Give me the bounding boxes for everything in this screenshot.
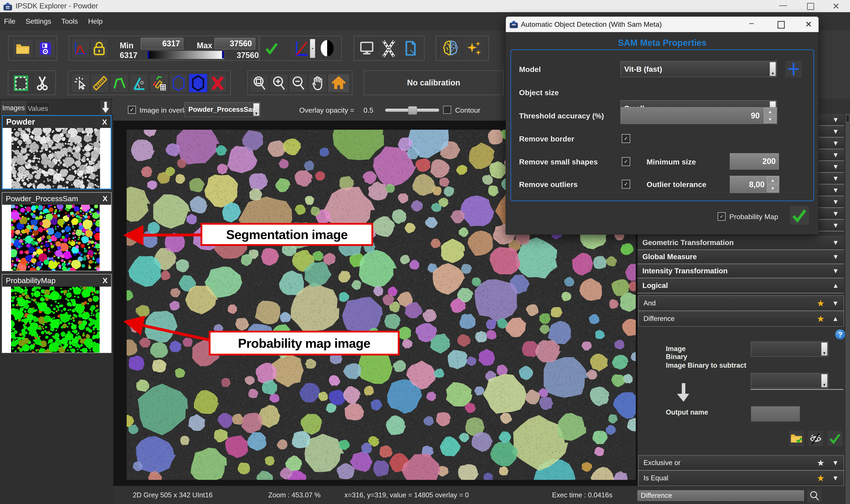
window-restore-button[interactable] bbox=[807, 3, 814, 10]
zoom-region-button[interactable] bbox=[250, 74, 269, 92]
section-geometric-transformation[interactable]: Geometric Transformation ▼ bbox=[637, 236, 844, 250]
min-value-field[interactable]: 6317 bbox=[141, 38, 183, 49]
menu-settings[interactable]: Settings bbox=[26, 17, 51, 25]
save-button[interactable] bbox=[35, 39, 56, 58]
gradient-high-handle[interactable] bbox=[222, 51, 224, 58]
polygon-outline-button[interactable] bbox=[169, 74, 188, 92]
item-and[interactable]: And ★ ▼ bbox=[639, 296, 844, 311]
apply-range-button[interactable] bbox=[262, 39, 281, 57]
max-value-field[interactable]: 37560 bbox=[215, 38, 255, 49]
image-item-probabilitymap-thumb[interactable] bbox=[2, 287, 111, 353]
model-select[interactable]: Vit-B (fast) ▾ bbox=[620, 61, 777, 77]
spin-up-icon[interactable]: ▲ bbox=[767, 177, 778, 184]
outlier-spinbox[interactable]: 8,00 ▲ ▼ bbox=[730, 176, 779, 193]
split-compare-button[interactable] bbox=[378, 38, 400, 59]
image-item-processsam[interactable]: Powder_ProcessSam X bbox=[2, 192, 112, 271]
threshold-spinbox[interactable]: 90 ▲ ▼ bbox=[620, 107, 777, 124]
help-button[interactable]: ? bbox=[835, 329, 845, 340]
probability-map-checkbox[interactable]: ✓ bbox=[718, 212, 726, 221]
select-region-button[interactable] bbox=[11, 74, 31, 92]
favorite-star-icon[interactable]: ★ bbox=[817, 314, 825, 323]
pan-button[interactable] bbox=[308, 74, 327, 92]
image-binary-select[interactable]: ▾ bbox=[751, 342, 828, 357]
contrast-button[interactable] bbox=[318, 39, 337, 58]
minimum-size-field[interactable]: 200 bbox=[730, 153, 779, 169]
operator-search-input[interactable]: Difference bbox=[637, 490, 804, 501]
auto-detect-button[interactable] bbox=[463, 38, 485, 58]
tab-images[interactable]: Images bbox=[1, 101, 26, 114]
scrollbar-thumb[interactable] bbox=[846, 115, 849, 122]
fullscreen-button[interactable] bbox=[357, 39, 377, 57]
select-arrow-icon[interactable]: ▾ bbox=[821, 374, 828, 388]
overlay-image-select[interactable]: Powder_ProcessSam ▾ bbox=[185, 102, 260, 117]
spin-down-icon[interactable]: ▼ bbox=[767, 185, 778, 192]
right-panel-scrollbar[interactable] bbox=[845, 114, 850, 504]
zoom-in-button[interactable] bbox=[269, 74, 288, 92]
dialog-maximize-button[interactable] bbox=[778, 21, 785, 29]
move-image-down-button[interactable] bbox=[101, 100, 110, 114]
dialog-title-bar[interactable]: Automatic Object Detection (With Sam Met… bbox=[506, 17, 818, 32]
image-item-powder-close[interactable]: X bbox=[102, 118, 107, 126]
apply-operator-button[interactable] bbox=[827, 431, 843, 447]
dialog-minimize-button[interactable]: – bbox=[749, 18, 754, 28]
image-item-processsam-header[interactable]: Powder_ProcessSam X bbox=[2, 193, 111, 205]
section-intensity-transformation[interactable]: Intensity Transformation ▼ bbox=[637, 264, 844, 278]
favorite-star-icon[interactable]: ★ bbox=[817, 474, 825, 483]
output-name-input[interactable] bbox=[751, 406, 800, 422]
lock-range-button[interactable] bbox=[90, 39, 108, 58]
image-item-probabilitymap-header[interactable]: ProbabilityMap X bbox=[2, 274, 111, 287]
overlay-select-arrow-icon[interactable]: ▾ bbox=[253, 103, 259, 116]
contour-checkbox[interactable] bbox=[443, 106, 451, 114]
image-item-powder-thumb[interactable] bbox=[3, 128, 111, 188]
section-global-measure[interactable]: Global Measure ▼ bbox=[637, 250, 844, 264]
favorite-star-icon[interactable]: ★ bbox=[817, 458, 825, 467]
angle-tool-button[interactable] bbox=[130, 74, 148, 92]
threshold-spin-buttons[interactable]: ▲ ▼ bbox=[764, 108, 776, 123]
menu-file[interactable]: File bbox=[4, 17, 16, 25]
histogram-button[interactable] bbox=[72, 39, 90, 58]
tab-values[interactable]: Values bbox=[26, 103, 50, 115]
add-model-button[interactable] bbox=[785, 61, 802, 77]
zoom-out-button[interactable] bbox=[289, 74, 307, 92]
item-difference[interactable]: Difference ★ ▲ bbox=[639, 311, 844, 326]
image-item-processsam-thumb[interactable] bbox=[2, 205, 111, 271]
lut-curve-button[interactable]: ▾ bbox=[289, 38, 316, 59]
image-binary-subtract-select[interactable]: ▾ bbox=[751, 373, 828, 388]
lut-gradient-slider[interactable] bbox=[147, 51, 224, 59]
opacity-slider-handle[interactable] bbox=[408, 106, 417, 115]
remove-border-checkbox[interactable]: ✓ bbox=[622, 134, 630, 143]
image-item-probabilitymap[interactable]: ProbabilityMap X bbox=[2, 274, 112, 353]
outlier-spin-buttons[interactable]: ▲ ▼ bbox=[767, 177, 778, 192]
ruler-tool-button[interactable] bbox=[91, 74, 109, 92]
fit-view-button[interactable] bbox=[328, 74, 349, 92]
item-exclusive-or[interactable]: Exclusive or ★ ▼ bbox=[639, 455, 844, 471]
select-arrow-icon[interactable]: ▾ bbox=[770, 62, 776, 76]
window-close-button[interactable]: ✕ bbox=[832, 1, 840, 11]
image-in-overlay-checkbox[interactable]: ✓ bbox=[128, 106, 136, 114]
search-button[interactable] bbox=[807, 489, 822, 502]
window-minimize-button[interactable]: — bbox=[779, 0, 787, 10]
report-button[interactable] bbox=[401, 39, 420, 57]
ai-brain-button[interactable] bbox=[439, 38, 462, 59]
lut-mini-scrollbar[interactable]: ▾ bbox=[310, 39, 315, 58]
spin-down-icon[interactable]: ▼ bbox=[764, 116, 776, 123]
run-detection-button[interactable] bbox=[790, 206, 809, 225]
pointer-tool-button[interactable] bbox=[71, 74, 90, 92]
item-is-equal[interactable]: Is Equal ★ ▼ bbox=[639, 471, 844, 486]
gradient-low-handle[interactable] bbox=[147, 51, 149, 58]
open-file-button[interactable] bbox=[13, 39, 33, 58]
section-logical[interactable]: Logical ▲ bbox=[637, 278, 844, 293]
image-item-probabilitymap-close[interactable]: X bbox=[103, 276, 108, 285]
remove-outliers-checkbox[interactable]: ✓ bbox=[622, 180, 630, 188]
overlay-opacity-slider[interactable] bbox=[385, 109, 439, 112]
delete-shape-button[interactable] bbox=[208, 74, 227, 92]
menu-help[interactable]: Help bbox=[88, 17, 103, 25]
polygon-filled-button[interactable] bbox=[189, 74, 207, 92]
spin-up-icon[interactable]: ▲ bbox=[764, 108, 776, 115]
image-item-powder-header[interactable]: Powder X bbox=[3, 116, 111, 128]
dialog-close-button[interactable]: ✕ bbox=[805, 19, 812, 29]
toggle-visibility-button[interactable] bbox=[808, 431, 824, 447]
image-item-processsam-close[interactable]: X bbox=[103, 194, 108, 203]
image-item-powder[interactable]: Powder X bbox=[2, 115, 112, 190]
measure-table-button[interactable] bbox=[150, 74, 168, 92]
